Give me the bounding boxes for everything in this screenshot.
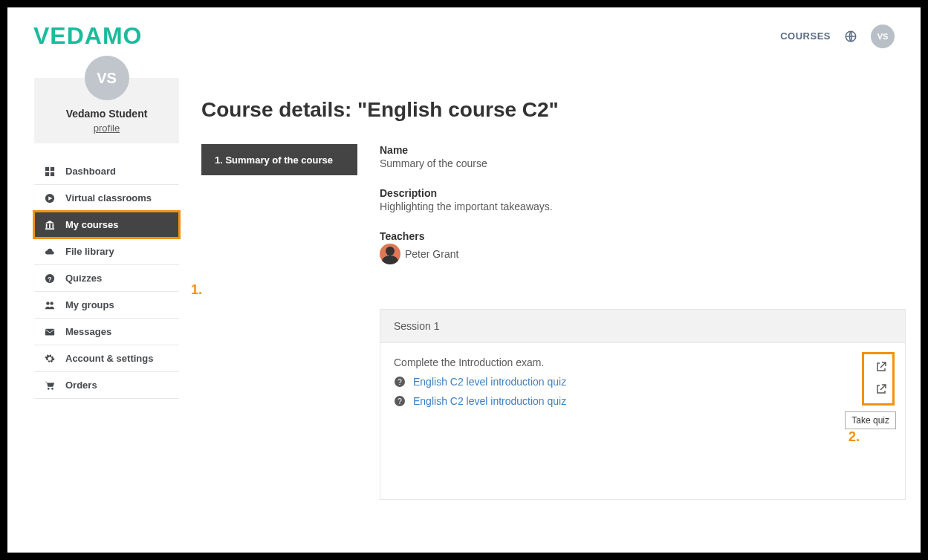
description-label: Description (380, 187, 906, 199)
svg-rect-11 (45, 228, 54, 229)
logo[interactable]: VEDAMO (33, 22, 142, 50)
play-icon (45, 193, 55, 204)
svg-point-18 (51, 388, 53, 390)
quiz-link-2[interactable]: English C2 level introduction quiz (413, 395, 566, 407)
svg-text:?: ? (398, 378, 402, 386)
question-circle-icon: ? (394, 376, 406, 388)
profile-name: Vedamo Student (42, 108, 172, 120)
name-value: Summary of the course (380, 157, 906, 169)
sidebar-item-label: Virtual classrooms (65, 192, 152, 204)
teacher-name: Peter Grant (405, 248, 458, 260)
cart-icon (45, 380, 55, 391)
svg-text:?: ? (398, 397, 402, 406)
summary-tab[interactable]: 1. Summary of the course (201, 144, 357, 175)
grid-icon (45, 166, 55, 177)
nav: Dashboard Virtual classrooms My courses … (34, 158, 179, 399)
svg-rect-2 (51, 166, 54, 170)
sidebar-item-label: Dashboard (65, 166, 116, 177)
sidebar-item-virtual-classrooms[interactable]: Virtual classrooms (34, 185, 179, 212)
svg-rect-9 (49, 224, 51, 228)
quiz-row-2: ? English C2 level introduction quiz (394, 395, 892, 407)
question-icon: ? (45, 273, 55, 284)
quiz-row-1: ? English C2 level introduction quiz (394, 376, 892, 388)
sidebar-item-label: My groups (65, 299, 114, 310)
sidebar-item-label: Messages (65, 326, 111, 337)
sidebar-item-account-settings[interactable]: Account & settings (34, 345, 179, 372)
header-avatar[interactable]: VS (871, 25, 895, 48)
sidebar-item-label: My courses (65, 219, 119, 230)
svg-rect-1 (45, 166, 49, 170)
profile-avatar[interactable]: VS (85, 56, 129, 100)
profile-link[interactable]: profile (94, 123, 120, 134)
sidebar: VS Vedamo Student profile Dashboard Virt… (34, 78, 179, 500)
external-link-icon[interactable] (875, 383, 887, 395)
sidebar-item-label: Orders (65, 380, 97, 391)
teachers-label: Teachers (380, 230, 906, 242)
question-circle-icon: ? (394, 395, 406, 407)
sidebar-item-my-groups[interactable]: My groups (34, 292, 179, 319)
sidebar-item-quizzes[interactable]: ? Quizzes (34, 265, 179, 292)
annotation-label-2: 2. (848, 429, 860, 445)
sidebar-item-label: Account & settings (65, 353, 153, 364)
svg-rect-4 (51, 172, 54, 175)
annotation-label-1: 1. (191, 282, 202, 298)
session-instruction: Complete the Introduction exam. (394, 356, 892, 368)
external-link-icons (871, 356, 892, 400)
header-right: COURSES VS (780, 25, 895, 48)
svg-rect-10 (53, 224, 54, 228)
svg-text:?: ? (48, 275, 51, 282)
page-title: Course details: "English course C2" (201, 98, 906, 122)
svg-point-15 (50, 302, 53, 305)
svg-rect-16 (45, 328, 54, 335)
description-value: Highlighting the important takeaways. (380, 201, 906, 212)
teacher-row: Peter Grant (380, 244, 906, 264)
session-body: Complete the Introduction exam. ? Englis… (380, 343, 905, 499)
sidebar-item-my-courses[interactable]: My courses (34, 212, 179, 238)
cloud-icon (45, 247, 55, 257)
header: VEDAMO COURSES VS (7, 7, 921, 57)
sidebar-item-label: File library (65, 246, 114, 257)
sidebar-item-file-library[interactable]: File library (34, 238, 179, 265)
teacher-avatar (380, 244, 400, 264)
sidebar-item-messages[interactable]: Messages (34, 319, 179, 345)
gear-icon (45, 354, 55, 364)
external-link-icon[interactable] (875, 361, 887, 373)
course-details: Name Summary of the course Description H… (380, 144, 906, 500)
envelope-icon (45, 327, 55, 337)
sidebar-item-label: Quizzes (65, 273, 102, 284)
svg-point-14 (46, 302, 49, 305)
svg-marker-7 (45, 220, 54, 223)
globe-icon[interactable] (844, 30, 857, 43)
users-icon (45, 300, 55, 310)
session-header: Session 1 (380, 310, 905, 343)
sidebar-item-dashboard[interactable]: Dashboard (34, 158, 179, 185)
quiz-link-1[interactable]: English C2 level introduction quiz (413, 376, 566, 388)
courses-link[interactable]: COURSES (780, 30, 831, 42)
svg-rect-8 (46, 224, 48, 228)
sidebar-item-orders[interactable]: Orders (34, 372, 179, 399)
content: Course details: "English course C2" 1. S… (179, 57, 906, 500)
profile-box: VS Vedamo Student profile (34, 78, 179, 143)
session-box: Session 1 Complete the Introduction exam… (380, 309, 906, 500)
take-quiz-tooltip: Take quiz (845, 411, 896, 429)
svg-point-17 (48, 388, 50, 390)
institution-icon (45, 220, 55, 230)
name-label: Name (380, 144, 906, 156)
svg-rect-3 (45, 172, 49, 175)
